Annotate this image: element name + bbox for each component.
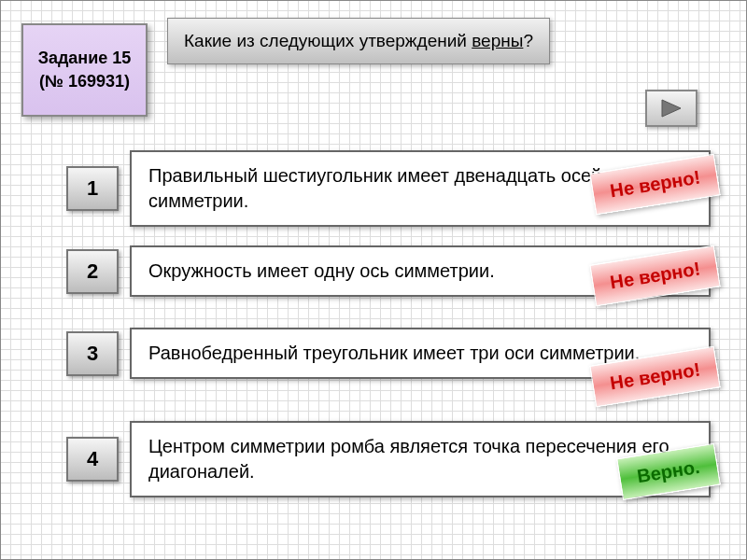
option-row-1: 1 Правильный шестиугольник имеет двенадц… bbox=[66, 150, 711, 227]
svg-marker-0 bbox=[662, 100, 681, 117]
option-row-2: 2 Окружность имеет одну ось симметрии. Н… bbox=[66, 245, 711, 297]
option-button-2[interactable]: 2 bbox=[66, 249, 119, 294]
question-prefix: Какие из следующих утверждений bbox=[184, 31, 472, 50]
next-button[interactable] bbox=[645, 90, 698, 127]
option-statement-4: Центром симметрии ромба является точка п… bbox=[130, 421, 711, 497]
task-line2: (№ 169931) bbox=[39, 70, 130, 93]
option-button-4[interactable]: 4 bbox=[66, 437, 119, 482]
option-statement-2: Окружность имеет одну ось симметрии. Не … bbox=[130, 245, 711, 297]
option-row-4: 4 Центром симметрии ромба является точка… bbox=[66, 421, 711, 497]
option-statement-1: Правильный шестиугольник имеет двенадцат… bbox=[130, 150, 711, 227]
option-button-3[interactable]: 3 bbox=[66, 331, 119, 376]
option-row-3: 3 Равнобедренный треугольник имеет три о… bbox=[66, 328, 711, 379]
task-line1: Задание 15 bbox=[38, 47, 132, 70]
question-suffix: ? bbox=[523, 31, 533, 50]
badge-wrong-2: Не верно! bbox=[589, 245, 721, 307]
option-button-1[interactable]: 1 bbox=[66, 166, 119, 211]
option-text-3: Равнобедренный треугольник имеет три оси… bbox=[148, 341, 640, 366]
option-text-2: Окружность имеет одну ось симметрии. bbox=[148, 259, 495, 284]
play-icon bbox=[658, 98, 684, 119]
task-box: Задание 15 (№ 169931) bbox=[21, 23, 148, 117]
option-statement-3: Равнобедренный треугольник имеет три оси… bbox=[130, 328, 711, 379]
question-bar: Какие из следующих утверждений верны? bbox=[167, 18, 550, 64]
option-text-4: Центром симметрии ромба является точка п… bbox=[148, 434, 692, 484]
question-underlined: верны bbox=[472, 31, 523, 50]
question-text: Какие из следующих утверждений верны? bbox=[184, 31, 533, 51]
